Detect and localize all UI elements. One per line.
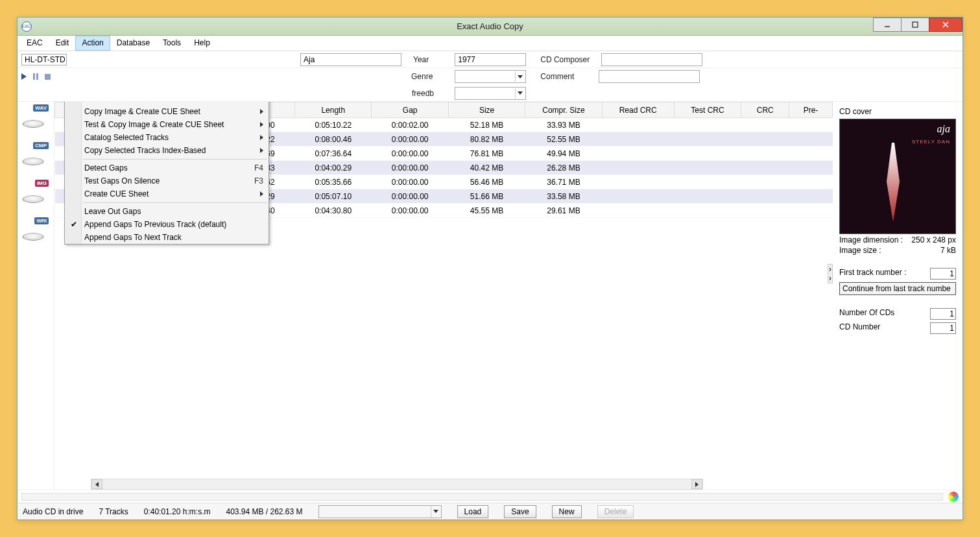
- right-panel: ›› CD cover aja STEELY DAN Image dimensi…: [833, 102, 962, 490]
- titlebar: EAC Exact Audio Copy: [18, 18, 962, 36]
- info-row-2: Genre Comment: [18, 68, 962, 85]
- accuraterip-icon[interactable]: [948, 492, 959, 502]
- column-header[interactable]: Pre-: [789, 102, 833, 118]
- menu-edit[interactable]: Edit: [49, 36, 76, 51]
- progress-track: [21, 493, 943, 501]
- load-button[interactable]: Load: [457, 505, 489, 518]
- statusbar: Audio CD in drive 7 Tracks 0:40:01.20 h:…: [18, 503, 962, 519]
- column-header[interactable]: CRC: [741, 102, 789, 118]
- cover-label: CD cover: [839, 107, 956, 116]
- menu-item[interactable]: Test & Copy Image & Create CUE Sheet: [65, 118, 269, 131]
- menu-item[interactable]: Create CUE Sheet: [65, 187, 269, 200]
- horizontal-scrollbar[interactable]: [91, 479, 703, 490]
- composer-label: CD Composer: [540, 55, 590, 64]
- left-toolbar: WAV CMP IMG WRI: [18, 102, 54, 490]
- genre-combo[interactable]: [455, 70, 526, 83]
- app-window: EAC Exact Audio Copy EAC Edit Action Dat…: [17, 17, 963, 520]
- panel-splitter[interactable]: ››: [828, 264, 833, 283]
- composer-input[interactable]: [601, 53, 702, 66]
- cd-cover-image[interactable]: aja STEELY DAN: [839, 119, 956, 234]
- menu-item[interactable]: Test Gaps On SilenceF3: [65, 174, 269, 187]
- cd-number-input[interactable]: [930, 322, 956, 334]
- comment-label: Comment: [540, 72, 574, 81]
- delete-button[interactable]: Delete: [597, 505, 634, 518]
- menu-item[interactable]: Leave Out Gaps: [65, 205, 269, 218]
- menu-item[interactable]: Detect GapsF4: [65, 161, 269, 174]
- image-size-value: 7 kB: [940, 246, 956, 255]
- column-header[interactable]: Size: [448, 102, 525, 118]
- menu-item[interactable]: Copy Image & Create CUE Sheet: [65, 105, 269, 118]
- info-row-3: freedb: [18, 85, 962, 102]
- save-button[interactable]: Save: [504, 505, 536, 518]
- column-header[interactable]: Read CRC: [602, 102, 674, 118]
- column-header[interactable]: Gap: [372, 102, 448, 118]
- num-cds-label: Number Of CDs: [839, 308, 894, 320]
- pause-icon[interactable]: [33, 73, 38, 80]
- stop-icon[interactable]: [45, 74, 51, 80]
- write-button[interactable]: WRI: [20, 217, 49, 243]
- svg-rect-1: [913, 22, 918, 27]
- app-icon: EAC: [21, 21, 32, 32]
- window-title: Exact Audio Copy: [457, 21, 523, 31]
- comment-input[interactable]: [599, 70, 700, 83]
- image-dimension-label: Image dimension :: [839, 235, 903, 245]
- genre-label: Genre: [411, 72, 433, 81]
- freedb-label: freedb: [412, 89, 434, 98]
- image-dimension-value: 250 x 248 px: [911, 235, 956, 245]
- menu-help[interactable]: Help: [187, 36, 217, 51]
- year-input[interactable]: [455, 53, 526, 66]
- info-row-1: HL-DT-STD Year CD Composer: [18, 51, 962, 68]
- new-button[interactable]: New: [552, 505, 582, 518]
- rip-compressed-button[interactable]: CMP: [20, 142, 49, 168]
- status-size: 403.94 MB / 262.63 M: [226, 507, 302, 516]
- num-cds-input[interactable]: [930, 308, 956, 320]
- column-header[interactable]: Compr. Size: [525, 102, 602, 118]
- minimize-button[interactable]: [873, 18, 902, 32]
- cd-title-input[interactable]: [300, 53, 401, 66]
- status-duration: 0:40:01.20 h:m:s.m: [144, 507, 211, 516]
- play-icon[interactable]: [21, 73, 27, 80]
- close-button[interactable]: [929, 18, 962, 32]
- menu-item[interactable]: Catalog Selected Tracks: [65, 131, 269, 144]
- profile-combo[interactable]: [318, 505, 442, 518]
- maximize-button[interactable]: [901, 18, 929, 32]
- menu-tools[interactable]: Tools: [156, 36, 187, 51]
- status-tracks: 7 Tracks: [99, 507, 128, 516]
- action-menu-dropdown: Copy Selected TracksTest & Copy Selected…: [64, 102, 269, 245]
- year-label: Year: [413, 55, 429, 64]
- menu-database[interactable]: Database: [110, 36, 156, 51]
- image-size-label: Image size :: [839, 246, 881, 255]
- cd-number-label: CD Number: [839, 322, 880, 334]
- status-drive: Audio CD in drive: [23, 507, 83, 516]
- first-track-input[interactable]: [930, 268, 956, 280]
- progress-bar-row: [18, 490, 962, 503]
- rip-wav-button[interactable]: WAV: [20, 104, 49, 130]
- first-track-label: First track number :: [839, 268, 906, 280]
- drive-selector[interactable]: HL-DT-STD: [21, 54, 67, 66]
- rip-image-button[interactable]: IMG: [20, 180, 49, 206]
- menu-item[interactable]: Append Gaps To Next Track: [65, 231, 269, 244]
- menu-item[interactable]: ✔Append Gaps To Previous Track (default): [65, 218, 269, 231]
- menu-item[interactable]: Copy Selected Tracks Index-Based: [65, 144, 269, 157]
- menu-action[interactable]: Action: [75, 36, 110, 51]
- menu-eac[interactable]: EAC: [20, 36, 49, 51]
- column-header[interactable]: Test CRC: [674, 102, 741, 118]
- freedb-combo[interactable]: [455, 87, 526, 100]
- menubar: EAC Edit Action Database Tools Help: [18, 36, 962, 51]
- column-header[interactable]: Length: [295, 102, 372, 118]
- continue-numbering-button[interactable]: Continue from last track numbe: [839, 282, 956, 295]
